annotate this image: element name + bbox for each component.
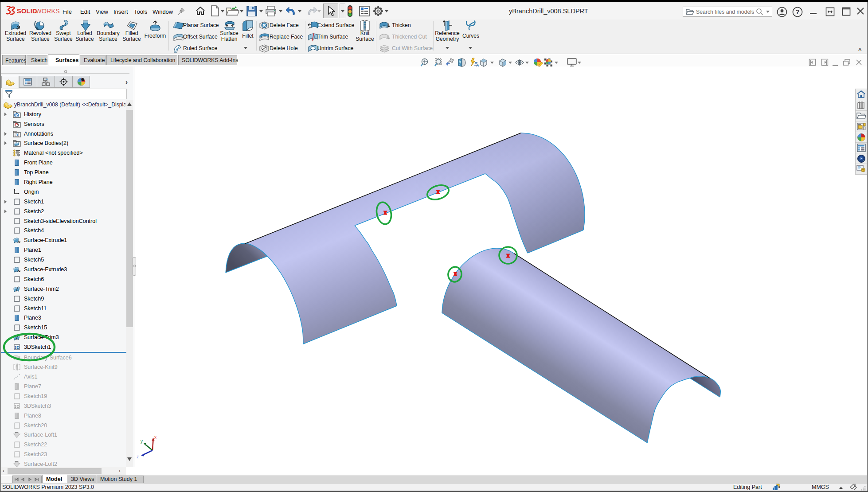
svg-text:x: x xyxy=(154,435,156,440)
svg-text:z: z xyxy=(137,454,139,459)
svg-text:y: y xyxy=(141,439,143,444)
